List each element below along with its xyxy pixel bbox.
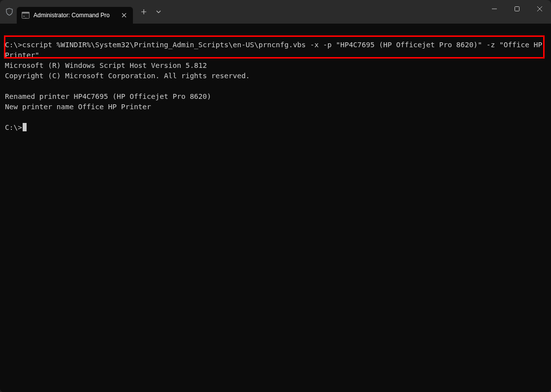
terminal-line: Renamed printer HP4C7695 (HP Officejet P… <box>5 91 546 102</box>
terminal-line: C:\>cscript %WINDIR%\System32\Printing_A… <box>5 40 546 60</box>
terminal-prompt: C:\> <box>5 122 546 133</box>
close-button[interactable] <box>528 0 551 18</box>
terminal-window: >_ Administrator: Command Pro <box>0 0 551 392</box>
tab-title: Administrator: Command Pro <box>33 12 116 19</box>
svg-rect-3 <box>515 7 519 11</box>
tab-dropdown-button[interactable] <box>152 5 165 19</box>
terminal-body[interactable]: C:\>cscript %WINDIR%\System32\Printing_A… <box>0 24 551 392</box>
prompt-text: C:\> <box>5 123 22 131</box>
new-tab-button[interactable] <box>137 5 151 19</box>
cursor <box>23 123 27 131</box>
svg-rect-1 <box>22 12 30 14</box>
terminal-line: Copyright (C) Microsoft Corporation. All… <box>5 71 546 81</box>
minimize-button[interactable] <box>483 0 506 18</box>
maximize-button[interactable] <box>506 0 528 18</box>
cmd-icon: >_ <box>22 11 30 19</box>
terminal-line: New printer name Office HP Printer <box>5 102 546 112</box>
window-controls <box>483 0 551 18</box>
tab-command-prompt[interactable]: >_ Administrator: Command Pro <box>17 7 133 24</box>
terminal-line: Microsoft (R) Windows Script Host Versio… <box>5 60 546 71</box>
tab-close-button[interactable] <box>120 11 128 19</box>
title-bar: >_ Administrator: Command Pro <box>0 0 551 24</box>
shield-icon <box>5 7 14 16</box>
svg-text:>_: >_ <box>23 14 27 18</box>
